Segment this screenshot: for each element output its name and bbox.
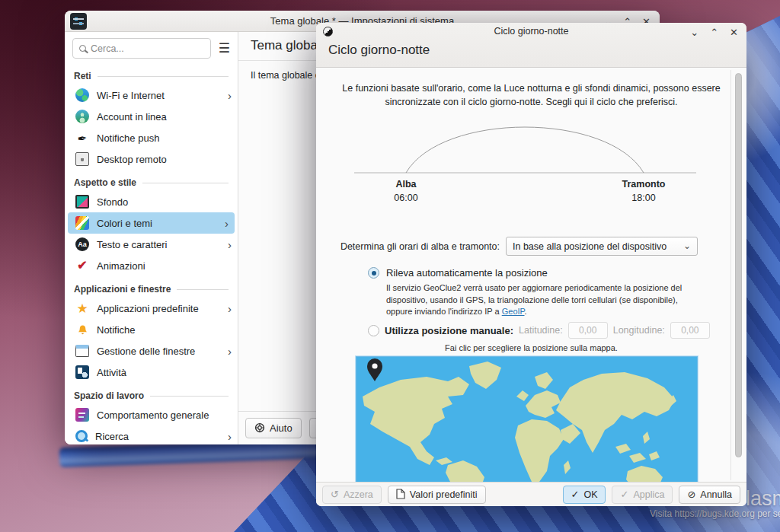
sidebar-item-colors-themes[interactable]: Colori e temi ›: [68, 212, 235, 234]
dialog-close-button[interactable]: ✕: [730, 27, 738, 37]
general-behavior-icon: [75, 408, 89, 422]
sunrise-label: Alba: [372, 179, 440, 190]
check-icon: ✓: [571, 489, 580, 499]
manual-position-radio[interactable]: [368, 325, 379, 336]
undo-icon: ↺: [331, 489, 339, 499]
remote-desktop-icon: [75, 152, 89, 166]
dialog-heading: Ciclo giorno-notte: [328, 43, 430, 58]
longitude-field[interactable]: 0,00: [670, 322, 710, 339]
day-night-dialog: Ciclo giorno-notte ⌄ ⌃ ✕ Ciclo giorno-no…: [316, 23, 746, 506]
dialog-titlebar[interactable]: Ciclo giorno-notte ⌄ ⌃ ✕ Ciclo giorno-no…: [316, 23, 746, 68]
sidebar-item-fonts[interactable]: Aa Testo e caratteri ›: [65, 234, 238, 255]
notifications-bell-icon: [75, 323, 89, 336]
chevron-right-icon: ›: [228, 303, 232, 314]
section-header-aspetto: Aspetto e stile: [74, 177, 229, 188]
search-placeholder: Cerca...: [91, 43, 124, 54]
geoip-link[interactable]: GeoIP: [502, 307, 525, 316]
auto-position-label: Rileva automaticamente la posizione: [386, 267, 548, 279]
chevron-down-icon: ⌄: [683, 244, 691, 249]
section-header-spazio: Spazio di lavoro: [74, 390, 229, 401]
sidebar-item-remote-desktop[interactable]: Desktop remoto: [65, 148, 238, 170]
chevron-right-icon: ›: [228, 431, 232, 442]
sidebar-item-activities[interactable]: Attività: [65, 362, 238, 383]
scrollbar[interactable]: [735, 73, 742, 457]
sidebar-item-default-apps[interactable]: ★ Applicazioni predefinite ›: [65, 298, 238, 319]
sidebar-item-animations[interactable]: ✔ Animazioni: [65, 255, 238, 276]
sidebar-item-wifi[interactable]: Wi-Fi e Internet ›: [65, 84, 238, 106]
section-header-reti: Reti: [74, 71, 229, 81]
document-icon: [396, 489, 405, 501]
longitude-label: Longitudine:: [613, 325, 665, 336]
dialog-minimize-button[interactable]: ⌄: [690, 27, 698, 37]
cancel-icon: ⊘: [687, 489, 695, 499]
sidebar-item-push-notifications[interactable]: ✒ Notifiche push: [65, 127, 238, 148]
sidebar-item-online-accounts[interactable]: Account in linea: [65, 106, 238, 127]
sunset-label: Tramonto: [609, 179, 678, 190]
desktop-wallpaper: Plasma Visita https://bugs.kde.org per s…: [0, 0, 780, 532]
sunset-time: 18:00: [609, 193, 678, 203]
search-settings-icon: [75, 430, 88, 442]
push-notification-icon: ✒: [75, 130, 90, 145]
world-map[interactable]: + −: [356, 356, 698, 482]
chevron-right-icon: ›: [228, 90, 232, 101]
default-apps-icon: ★: [75, 301, 89, 315]
dialog-footer: ↺ Azzera Valori predefiniti ✓ OK ✓ Appli…: [316, 482, 746, 506]
mode-label: Determina gli orari di alba e tramonto:: [340, 241, 500, 252]
help-button[interactable]: Aiuto: [245, 418, 302, 438]
section-header-applicazioni: Applicazioni e finestre: [74, 284, 229, 295]
dialog-intro-text: Le funzioni basate sull'orario, come la …: [341, 81, 722, 109]
sun-timings-dropdown[interactable]: In base alla posizione del dispositivo ⌄: [506, 237, 698, 256]
sidebar: Cerca... ☰ Reti Wi-Fi e Internet › Accou…: [65, 32, 238, 444]
day-cycle-diagram: Alba 06:00 Tramonto 18:00: [354, 127, 698, 174]
chevron-right-icon: ›: [228, 346, 232, 357]
cancel-button[interactable]: ⊘ Annulla: [679, 486, 740, 504]
online-accounts-icon: [75, 110, 89, 123]
latitude-field[interactable]: 0,00: [568, 322, 608, 339]
sidebar-item-notifications[interactable]: Notifiche: [65, 319, 238, 340]
scroll-area-divider: [730, 70, 731, 480]
lifebuoy-icon: [254, 422, 265, 435]
globe-network-icon: [75, 88, 89, 102]
chevron-right-icon: ›: [228, 239, 232, 250]
dialog-maximize-button[interactable]: ⌃: [710, 27, 718, 37]
sidebar-item-window-management[interactable]: Gestione delle finestre ›: [65, 340, 238, 362]
search-input[interactable]: Cerca...: [72, 38, 211, 59]
search-icon: [79, 45, 86, 52]
sidebar-item-general-behavior[interactable]: Comportamento generale: [65, 404, 238, 425]
defaults-button[interactable]: Valori predefiniti: [388, 486, 486, 504]
bug-report-notice: Visita https://bugs.kde.org per seg: [650, 508, 780, 519]
window-management-icon: [75, 345, 89, 357]
fonts-icon: Aa: [75, 237, 89, 251]
check-icon: ✓: [620, 489, 628, 499]
animations-icon: ✔: [75, 259, 89, 272]
apply-button[interactable]: ✓ Applica: [612, 486, 673, 504]
reset-button[interactable]: ↺ Azzera: [322, 486, 382, 504]
wallpaper-icon: [75, 195, 89, 209]
dialog-title: Ciclo giorno-notte: [316, 26, 746, 37]
map-hint-text: Fai clic per scegliere la posizione sull…: [316, 343, 746, 352]
sunrise-time: 06:00: [372, 193, 440, 203]
hamburger-menu-icon[interactable]: ☰: [216, 40, 233, 56]
activities-icon: [75, 365, 89, 379]
sidebar-item-wallpaper[interactable]: Sfondo: [65, 191, 238, 212]
latitude-label: Latitudine:: [519, 325, 563, 336]
auto-position-radio[interactable]: [368, 267, 379, 279]
sidebar-item-search-settings[interactable]: Ricerca ›: [65, 425, 238, 444]
ok-button[interactable]: ✓ OK: [563, 486, 606, 504]
chevron-right-icon: ›: [225, 218, 229, 229]
geoclue-description: Il servizio GeoClue2 verrà usato per agg…: [386, 282, 706, 317]
colors-themes-icon: [75, 216, 89, 230]
manual-position-label: Utilizza posizione manuale:: [385, 325, 513, 336]
dialog-content: Le funzioni basate sull'orario, come la …: [316, 68, 746, 482]
